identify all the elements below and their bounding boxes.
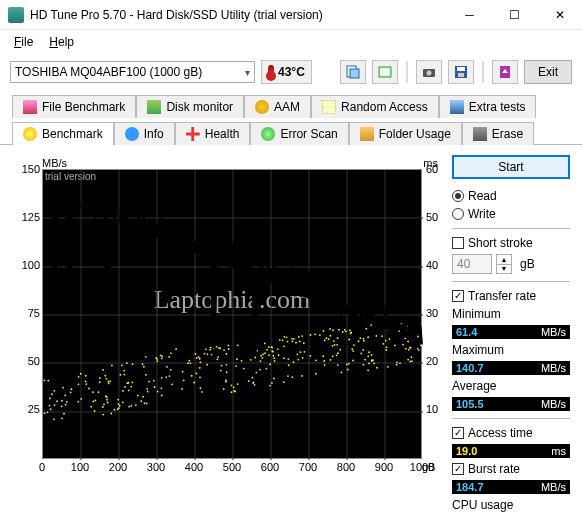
svg-point-38: [368, 351, 370, 353]
options-button[interactable]: [492, 60, 518, 84]
svg-point-219: [124, 374, 126, 376]
svg-point-335: [44, 412, 46, 414]
chart-area: MB/s ms trial version Laptophia.com 1501…: [12, 155, 442, 516]
copy-screenshot-button[interactable]: [372, 60, 398, 84]
tab-folder-usage[interactable]: Folder Usage: [349, 122, 462, 145]
tab-disk-monitor[interactable]: Disk monitor: [136, 95, 244, 118]
svg-point-294: [199, 376, 201, 378]
svg-point-254: [236, 358, 238, 360]
short-stroke-checkbox[interactable]: Short stroke: [452, 236, 570, 250]
svg-point-79: [99, 377, 101, 379]
tab-error-scan[interactable]: Error Scan: [250, 122, 348, 145]
svg-point-161: [198, 356, 200, 358]
svg-point-172: [292, 340, 294, 342]
svg-point-200: [386, 346, 388, 348]
transfer-rate-checkbox[interactable]: Transfer rate: [452, 289, 570, 303]
health-icon: [186, 127, 200, 141]
svg-point-133: [61, 400, 63, 402]
svg-point-184: [344, 329, 346, 331]
svg-point-169: [283, 357, 285, 359]
save-button[interactable]: [448, 60, 474, 84]
tab-aam[interactable]: AAM: [244, 95, 311, 118]
svg-point-339: [291, 338, 293, 340]
svg-point-196: [170, 369, 172, 371]
svg-point-143: [63, 413, 65, 415]
svg-point-168: [49, 405, 51, 407]
svg-point-65: [417, 336, 419, 338]
tab-benchmark[interactable]: Benchmark: [12, 122, 114, 145]
svg-point-217: [71, 388, 73, 390]
svg-point-309: [363, 338, 365, 340]
svg-point-178: [121, 365, 123, 367]
tab-file-benchmark[interactable]: File Benchmark: [12, 95, 136, 118]
toolbar-divider-2: [482, 61, 484, 83]
menu-file[interactable]: File: [6, 32, 41, 52]
svg-point-176: [126, 382, 128, 384]
temperature-value: 43°C: [278, 65, 305, 79]
tab-info[interactable]: Info: [114, 122, 175, 145]
svg-point-88: [85, 381, 87, 383]
svg-point-125: [342, 331, 344, 333]
svg-point-327: [196, 357, 198, 359]
svg-point-241: [195, 353, 197, 355]
svg-point-180: [204, 353, 206, 355]
error-scan-icon: [261, 127, 275, 141]
write-radio[interactable]: Write: [452, 207, 570, 221]
svg-point-207: [410, 356, 412, 358]
start-button[interactable]: Start: [452, 155, 570, 179]
copy-text-button[interactable]: [340, 60, 366, 84]
maximize-button[interactable]: ☐: [492, 0, 537, 30]
read-radio[interactable]: Read: [452, 189, 570, 203]
svg-point-120: [188, 360, 190, 362]
close-button[interactable]: ✕: [537, 0, 582, 30]
screenshot-button[interactable]: [416, 60, 442, 84]
svg-point-136: [243, 368, 245, 370]
svg-point-266: [56, 400, 58, 402]
svg-point-333: [227, 344, 229, 346]
svg-point-48: [223, 349, 225, 351]
svg-point-202: [105, 378, 107, 380]
window-title: HD Tune Pro 5.70 - Hard Disk/SSD Utility…: [30, 8, 447, 22]
svg-point-51: [268, 354, 270, 356]
svg-point-199: [309, 355, 311, 357]
benchmark-plot: trial version Laptophia.com: [42, 169, 422, 459]
svg-point-164: [53, 419, 55, 421]
spinner-arrows[interactable]: ▲▼: [496, 254, 512, 274]
tab-erase[interactable]: Erase: [462, 122, 534, 145]
svg-point-192: [326, 337, 328, 339]
svg-point-187: [219, 347, 221, 349]
minimize-button[interactable]: ─: [447, 0, 492, 30]
short-stroke-spinner[interactable]: 40▲▼gB: [452, 254, 570, 274]
svg-point-119: [161, 355, 163, 357]
menu-help[interactable]: Help: [41, 32, 82, 52]
svg-point-108: [62, 387, 64, 389]
tab-health[interactable]: Health: [175, 122, 251, 145]
access-time-checkbox[interactable]: Access time: [452, 426, 570, 440]
svg-point-213: [272, 351, 274, 353]
svg-point-206: [315, 373, 317, 375]
tab-extra-tests[interactable]: Extra tests: [439, 95, 537, 118]
tab-row-bottom: Benchmark Info Health Error Scan Folder …: [0, 121, 582, 145]
svg-point-34: [371, 354, 373, 356]
tab-random-access[interactable]: Random Access: [311, 95, 439, 118]
benchmark-icon: [23, 127, 37, 141]
svg-point-114: [209, 349, 211, 351]
svg-point-156: [161, 377, 163, 379]
svg-point-62: [409, 360, 411, 362]
svg-point-106: [145, 374, 147, 376]
svg-point-310: [80, 373, 82, 375]
svg-point-123: [237, 383, 239, 385]
svg-point-315: [120, 374, 122, 376]
max-label: Maximum: [452, 343, 570, 357]
svg-point-75: [147, 391, 149, 393]
drive-select[interactable]: TOSHIBA MQ04ABF100 (1000 gB) ▾: [10, 61, 255, 83]
svg-point-234: [102, 369, 104, 371]
burst-rate-checkbox[interactable]: Burst rate: [452, 462, 570, 476]
exit-button[interactable]: Exit: [524, 60, 572, 84]
svg-point-221: [78, 383, 80, 385]
svg-point-85: [283, 381, 285, 383]
svg-point-256: [286, 336, 288, 338]
svg-point-28: [301, 375, 303, 377]
svg-point-103: [117, 408, 119, 410]
svg-point-293: [54, 404, 56, 406]
